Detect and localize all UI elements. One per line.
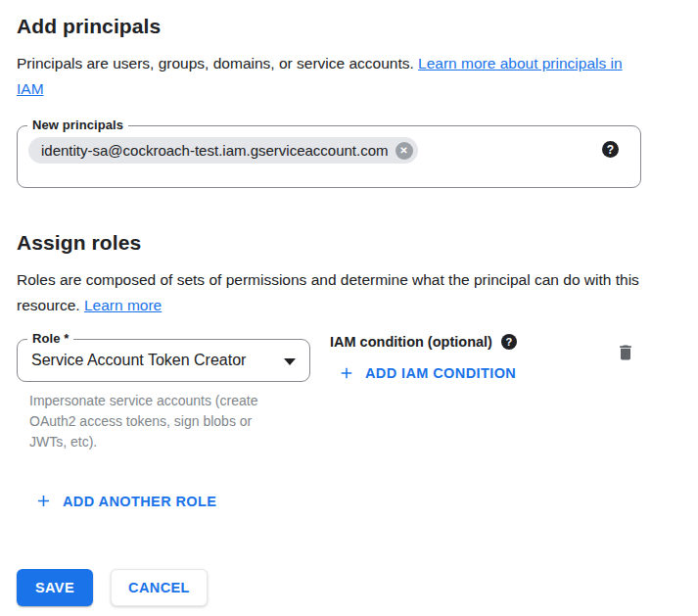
page-title: Add principals <box>17 15 643 38</box>
roles-intro-text: Roles are composed of sets of permission… <box>17 267 643 318</box>
principal-chip-value: identity-sa@cockroach-test.iam.gservicea… <box>41 142 389 159</box>
intro-text: Principals are users, groups, domains, o… <box>17 55 414 71</box>
save-button[interactable]: SAVE <box>17 569 93 606</box>
principals-intro-text: Principals are users, groups, domains, o… <box>17 51 643 102</box>
cancel-button[interactable]: CANCEL <box>111 569 208 606</box>
plus-icon <box>34 492 53 510</box>
role-assignment-row: Role * Service Account Token Creator Imp… <box>17 330 643 452</box>
add-iam-condition-label: ADD IAM CONDITION <box>365 365 516 381</box>
principal-chip: identity-sa@cockroach-test.iam.gservicea… <box>28 137 418 164</box>
assign-roles-title: Assign roles <box>17 231 643 255</box>
role-label: Role * <box>27 331 73 346</box>
role-helper-text: Impersonate service accounts (create OAu… <box>29 391 290 452</box>
role-selected-value: Service Account Token Creator <box>31 352 246 369</box>
learn-more-roles-link[interactable]: Learn more <box>84 297 162 313</box>
add-another-role-label: ADD ANOTHER ROLE <box>63 494 216 509</box>
delete-role-button[interactable] <box>610 330 641 366</box>
add-another-role-button[interactable]: ADD ANOTHER ROLE <box>34 492 216 510</box>
role-select[interactable]: Role * Service Account Token Creator <box>17 339 310 382</box>
role-column: Role * Service Account Token Creator Imp… <box>17 330 310 452</box>
iam-condition-help-icon[interactable]: ? <box>501 334 517 350</box>
new-principals-label: New principals <box>27 118 128 132</box>
chip-remove-icon[interactable]: ✕ <box>396 142 413 160</box>
new-principals-field[interactable]: New principals identity-sa@cockroach-tes… <box>17 125 641 188</box>
trash-icon <box>616 343 635 362</box>
iam-condition-label: IAM condition (optional) <box>330 334 492 350</box>
add-principals-panel: Add principals Principals are users, gro… <box>0 0 643 606</box>
action-buttons: SAVE CANCEL <box>17 569 643 606</box>
add-iam-condition-button[interactable]: ADD IAM CONDITION <box>338 364 516 382</box>
dropdown-arrow-icon <box>284 358 296 365</box>
plus-icon <box>338 364 355 382</box>
iam-condition-column: IAM condition (optional) ? ADD IAM CONDI… <box>330 330 517 386</box>
new-principals-help-icon[interactable]: ? <box>602 141 619 158</box>
